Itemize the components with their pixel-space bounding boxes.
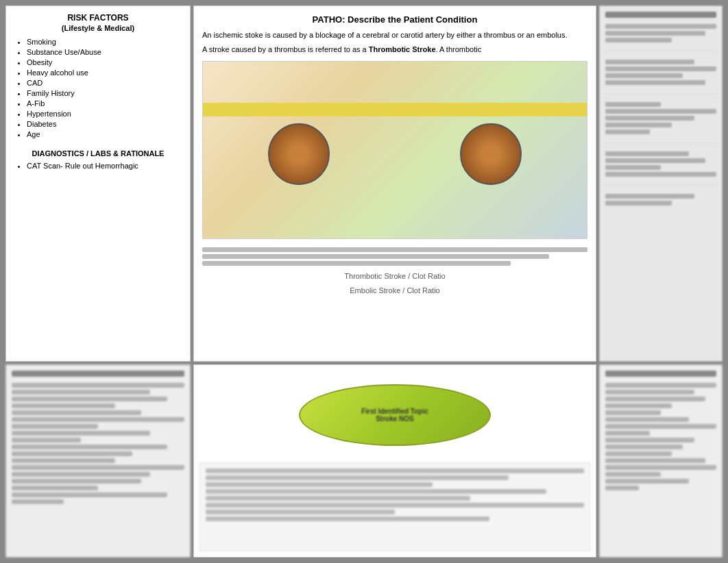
blur-line bbox=[605, 486, 639, 490]
list-item: A-Fib bbox=[27, 99, 183, 108]
blur-line bbox=[605, 431, 650, 436]
list-item: Heavy alcohol use bbox=[27, 68, 183, 77]
list-item: Age bbox=[27, 130, 183, 138]
blur-heading bbox=[605, 12, 716, 18]
blur-line bbox=[605, 390, 694, 395]
blur-line bbox=[605, 24, 716, 29]
blur-line bbox=[12, 472, 150, 477]
blur-line bbox=[605, 102, 661, 107]
blur-line bbox=[605, 397, 705, 401]
blur-line bbox=[605, 424, 716, 429]
blur-line bbox=[605, 458, 705, 463]
blur-line bbox=[206, 496, 470, 501]
main-container: RISK FACTORS (Lifestyle & Medical) Smoki… bbox=[0, 0, 728, 563]
blur-heading bbox=[605, 371, 716, 377]
blur-line bbox=[605, 201, 672, 205]
blur-line bbox=[12, 499, 64, 504]
blur-line bbox=[605, 172, 716, 177]
blur-block bbox=[12, 380, 184, 507]
patho-para2-end: . A thrombotic bbox=[436, 45, 482, 53]
blur-line bbox=[605, 445, 683, 449]
embolic-label: Embolic Stroke / Clot Ratio bbox=[202, 286, 587, 296]
risk-factors-panel: RISK FACTORS (Lifestyle & Medical) Smoki… bbox=[5, 5, 191, 362]
blur-line bbox=[605, 123, 672, 127]
blur-line bbox=[12, 417, 184, 422]
blur-text-1 bbox=[202, 245, 587, 268]
blur-heading bbox=[12, 371, 184, 377]
blur-line bbox=[605, 451, 672, 456]
oval-line2: Stroke NOS bbox=[376, 415, 414, 423]
blur-line bbox=[12, 438, 81, 442]
blur-line bbox=[605, 80, 705, 85]
blur-line bbox=[12, 390, 150, 395]
divider bbox=[605, 142, 716, 143]
list-item: Obesity bbox=[27, 58, 183, 66]
blur-line bbox=[206, 475, 509, 480]
blur-line bbox=[605, 116, 694, 121]
blur-block-3 bbox=[605, 99, 716, 137]
blur-line bbox=[605, 479, 689, 484]
blur-line bbox=[605, 410, 661, 415]
patho-para2-bold: Thrombotic Stroke bbox=[369, 45, 436, 53]
bottom-center-content-box bbox=[199, 462, 590, 551]
blur-block-4 bbox=[605, 149, 716, 179]
oval-line1: First Identified Topic bbox=[361, 408, 428, 415]
blur-line bbox=[605, 465, 716, 470]
patho-para2-start: A stroke caused by a thrombus is referre… bbox=[202, 45, 369, 53]
risk-factors-subtitle: (Lifestyle & Medical) bbox=[13, 24, 183, 32]
blur-line bbox=[12, 383, 184, 388]
blur-line bbox=[605, 73, 683, 78]
blur-line bbox=[202, 247, 587, 252]
blur-block bbox=[200, 463, 590, 527]
blur-line bbox=[605, 31, 705, 36]
blur-block-1 bbox=[605, 21, 716, 45]
list-item: Diabetes bbox=[27, 120, 183, 128]
blur-line bbox=[605, 165, 661, 170]
bottom-center-panel: First Identified Topic Stroke NOS bbox=[193, 364, 596, 558]
patho-lower-text: Thrombotic Stroke / Clot Ratio Embolic S… bbox=[202, 245, 587, 297]
central-oval: First Identified Topic Stroke NOS bbox=[299, 384, 491, 446]
blur-line bbox=[605, 38, 672, 42]
list-item: Substance Use/Abuse bbox=[27, 48, 183, 56]
blur-line bbox=[206, 489, 546, 494]
list-item: Family History bbox=[27, 89, 183, 97]
blur-line bbox=[12, 486, 98, 490]
blur-line bbox=[12, 458, 115, 463]
blur-line bbox=[605, 417, 689, 422]
blur-block-2 bbox=[605, 57, 716, 88]
blur-line bbox=[206, 482, 433, 487]
blur-line bbox=[12, 410, 141, 415]
blur-line bbox=[605, 194, 694, 199]
patho-paragraph1: An ischemic stoke is caused by a blockag… bbox=[202, 30, 587, 40]
blur-line bbox=[605, 472, 661, 477]
blur-line bbox=[605, 60, 694, 64]
thrombotic-label: Thrombotic Stroke / Clot Ratio bbox=[202, 271, 587, 282]
blur-line bbox=[12, 451, 132, 456]
blur-line bbox=[202, 254, 549, 259]
blur-line bbox=[605, 158, 705, 163]
blur-line bbox=[605, 66, 716, 71]
patho-paragraph2: A stroke caused by a thrombus is referre… bbox=[202, 45, 587, 55]
blur-line bbox=[605, 129, 650, 134]
list-item: Hypertension bbox=[27, 110, 183, 118]
blur-line bbox=[12, 403, 115, 408]
diagnostics-list: CAT Scan- Rule out Hemorrhagic bbox=[13, 162, 183, 170]
diagnostics-section: DIAGNOSTICS / LABS & RATIONALE CAT Scan-… bbox=[13, 149, 183, 170]
yellow-bar bbox=[203, 103, 587, 116]
right-panel-top bbox=[599, 5, 723, 362]
brain-left bbox=[268, 123, 330, 185]
blur-block-5 bbox=[605, 191, 716, 208]
patho-image-area bbox=[202, 61, 587, 239]
blur-line bbox=[12, 424, 98, 429]
divider bbox=[605, 185, 716, 186]
list-item: CAD bbox=[27, 79, 183, 87]
blur-line bbox=[12, 397, 167, 401]
blur-line bbox=[12, 445, 167, 449]
blur-line bbox=[206, 516, 489, 521]
risk-factors-list: Smoking Substance Use/Abuse Obesity Heav… bbox=[13, 38, 183, 138]
diagnostics-title: DIAGNOSTICS / LABS & RATIONALE bbox=[13, 149, 183, 158]
divider bbox=[605, 93, 716, 94]
blur-line bbox=[12, 492, 167, 497]
blur-line bbox=[206, 468, 584, 473]
blur-line bbox=[605, 151, 689, 156]
